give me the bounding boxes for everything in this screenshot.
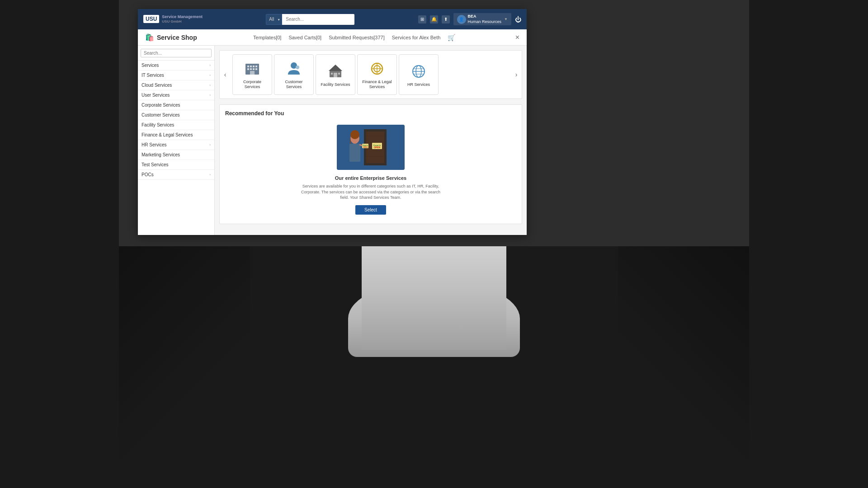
sidebar-item-it-services[interactable]: IT Services › <box>138 70 214 80</box>
shop-nav: Templates[0] Saved Carts[0] Submitted Re… <box>253 34 455 41</box>
svg-point-11 <box>296 66 299 69</box>
chevron-right-icon: › <box>209 143 211 147</box>
top-navbar: USU Service Management USU GmbH All ▼ ⊞ … <box>138 9 527 29</box>
shop-body: Services › IT Services › Cloud Services … <box>138 46 527 235</box>
cart-icon[interactable]: 🛒 <box>448 34 455 41</box>
finance-legal-label: Finance & Legal Services <box>360 80 394 89</box>
category-tile-corporate[interactable]: Corporate Services <box>232 54 272 95</box>
carousel-prev-button[interactable]: ‹ <box>220 71 231 78</box>
category-carousel: ‹ <box>219 50 522 99</box>
upload-icon[interactable]: ⬆ <box>442 15 450 23</box>
sidebar-item-hr-services[interactable]: HR Services › <box>138 140 214 150</box>
sidebar-item-cloud-services[interactable]: Cloud Services › <box>138 80 214 90</box>
svg-rect-1 <box>247 66 249 67</box>
nav-center: All ▼ <box>206 14 415 25</box>
sidebar-item-marketing-services[interactable]: Marketing Services <box>138 150 214 160</box>
nav-search-input[interactable] <box>282 14 354 25</box>
card-description: Services are available for you in differ… <box>298 183 443 201</box>
nav-saved-carts[interactable]: Saved Carts[0] <box>288 35 321 40</box>
chevron-right-icon: › <box>209 63 211 67</box>
logo-area: USU Service Management USU GmbH <box>143 14 203 23</box>
recommended-title: Recommended for You <box>225 110 516 117</box>
sidebar-item-user-services[interactable]: User Services › <box>138 90 214 100</box>
chevron-right-icon: › <box>209 83 211 87</box>
customer-services-icon <box>285 60 303 78</box>
svg-text:OPEN: OPEN <box>374 146 381 149</box>
svg-rect-14 <box>334 73 337 77</box>
shop-header: 🛍️ Service Shop Templates[0] Saved Carts… <box>138 29 527 46</box>
avatar: 👤 <box>457 15 466 24</box>
sidebar-item-facility-services[interactable]: Facility Services <box>138 120 214 130</box>
nav-services-for-user[interactable]: Services for Alex Beth <box>392 35 441 40</box>
chevron-down-icon: ▼ <box>504 17 508 21</box>
corporate-services-label: Corporate Services <box>236 80 269 89</box>
chevron-right-icon: › <box>209 93 211 97</box>
user-info: BEA Human Resources <box>468 14 502 24</box>
nav-right: ⊞ 🔔 ⬆ 👤 BEA Human Resources ▼ ⏻ <box>418 13 521 25</box>
logo-usu: USU <box>143 15 159 23</box>
carousel-next-button[interactable]: › <box>511 71 522 78</box>
svg-rect-8 <box>255 68 257 70</box>
chevron-right-icon: › <box>209 73 211 77</box>
user-menu[interactable]: 👤 BEA Human Resources ▼ <box>453 13 511 25</box>
sidebar-item-customer-services[interactable]: Customer Services <box>138 110 214 120</box>
category-tiles: Corporate Services Customer Services <box>231 51 511 99</box>
sidebar-search-wrapper <box>138 46 214 61</box>
svg-rect-38 <box>349 144 360 162</box>
shop-sidebar: Services › IT Services › Cloud Services … <box>138 46 215 235</box>
grid-icon[interactable]: ⊞ <box>418 15 426 23</box>
logout-icon[interactable]: ⏻ <box>515 16 521 23</box>
sidebar-item-test-services[interactable]: Test Services <box>138 160 214 170</box>
hr-services-label: HR Services <box>407 82 430 87</box>
svg-rect-9 <box>250 71 255 75</box>
recommended-image: Come In OPEN <box>337 125 405 170</box>
finance-legal-icon <box>368 60 386 78</box>
sidebar-search-input[interactable] <box>141 49 212 57</box>
svg-rect-5 <box>247 68 249 70</box>
category-tile-finance[interactable]: Finance & Legal Services <box>357 54 397 95</box>
svg-rect-4 <box>255 66 257 67</box>
recommended-card: Come In OPEN <box>225 121 516 218</box>
search-scope-select[interactable]: All <box>266 14 282 25</box>
category-tile-customer[interactable]: Customer Services <box>274 54 314 95</box>
svg-rect-3 <box>253 66 255 67</box>
svg-text:OPEN: OPEN <box>363 146 368 148</box>
recommended-section: Recommended for You <box>219 104 522 224</box>
category-tile-hr[interactable]: HR Services <box>399 54 439 95</box>
facility-services-label: Facility Services <box>321 82 350 87</box>
shop-title: 🛍️ Service Shop <box>145 33 197 42</box>
nav-templates[interactable]: Templates[0] <box>253 35 281 40</box>
category-tile-facility[interactable]: Facility Services <box>316 54 355 95</box>
app-name: Service Management USU GmbH <box>162 14 203 23</box>
svg-rect-16 <box>338 73 340 75</box>
hr-services-icon <box>410 62 428 80</box>
card-title: Our entire Enterprise Services <box>335 175 406 181</box>
sidebar-item-finance-legal[interactable]: Finance & Legal Services <box>138 130 214 140</box>
service-shop: 🛍️ Service Shop Templates[0] Saved Carts… <box>138 29 527 235</box>
svg-rect-15 <box>331 73 333 75</box>
bell-icon[interactable]: 🔔 <box>430 15 438 23</box>
corporate-services-icon <box>243 60 261 78</box>
select-button[interactable]: Select <box>355 205 386 215</box>
facility-services-icon <box>326 62 344 80</box>
sidebar-item-pocs[interactable]: POCs › <box>138 170 214 180</box>
shop-main: ‹ <box>215 46 527 235</box>
svg-rect-2 <box>250 66 252 67</box>
svg-point-37 <box>350 130 359 139</box>
app-window: USU Service Management USU GmbH All ▼ ⊞ … <box>138 9 527 235</box>
nav-submitted-requests[interactable]: Submitted Requests[377] <box>329 35 385 40</box>
search-wrapper: All ▼ <box>266 14 354 25</box>
close-button[interactable]: × <box>515 33 519 42</box>
svg-rect-7 <box>253 68 255 70</box>
svg-rect-6 <box>250 68 252 70</box>
customer-services-label: Customer Services <box>277 80 311 89</box>
svg-marker-13 <box>329 65 342 71</box>
shop-icon: 🛍️ <box>145 33 154 42</box>
sidebar-item-services[interactable]: Services › <box>138 61 214 70</box>
chevron-right-icon: › <box>209 173 211 177</box>
sidebar-item-corporate-services[interactable]: Corporate Services <box>138 100 214 110</box>
